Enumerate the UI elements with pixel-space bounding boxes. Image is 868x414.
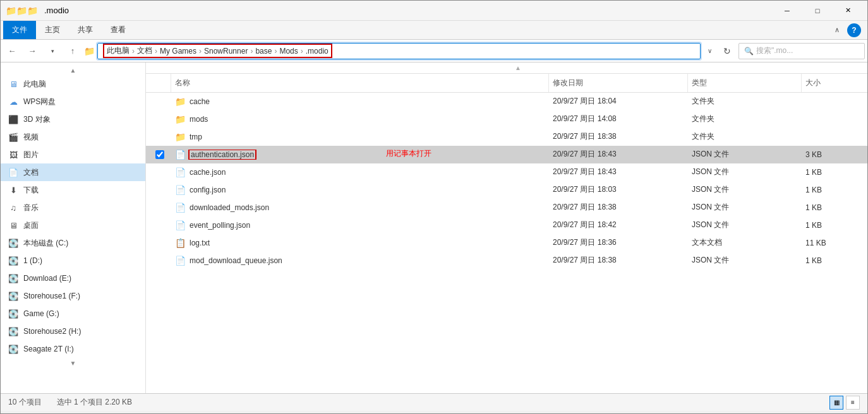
file-type-cell: JSON 文件 (688, 184, 802, 195)
file-name-cell: 📄 downloaded_mods.json (171, 203, 549, 213)
file-name: config.json (190, 186, 226, 194)
file-name-cell: 📋 log.txt (171, 238, 549, 248)
file-name-cell: 📄 mod_download_queue.json (171, 256, 549, 266)
file-name: log.txt (190, 239, 210, 247)
json-file-icon: 📄 (175, 203, 186, 213)
close-button[interactable]: ✕ (833, 1, 862, 21)
title-icon-1: 📁 (6, 6, 16, 16)
file-date-cell: 20/9/27 周日 18:03 (549, 184, 688, 195)
minimize-button[interactable]: ─ (773, 1, 802, 21)
sidebar-item-drive-c[interactable]: 💽 本地磁盘 (C:) (1, 234, 145, 252)
file-name-cell: 📄 cache.json (171, 167, 549, 177)
monitor-icon: 🖥 (8, 79, 18, 89)
file-row[interactable]: 📄 mod_download_queue.json 20/9/27 周日 18:… (146, 252, 867, 269)
search-placeholder: 搜索".mo... (756, 45, 793, 56)
view-grid-button[interactable]: ▦ (829, 396, 843, 410)
json-file-icon: 📄 (175, 256, 186, 266)
sidebar-item-drive-d[interactable]: 💽 1 (D:) (1, 252, 145, 269)
refresh-button[interactable]: ↻ (718, 42, 736, 60)
file-checkbox-input[interactable] (155, 150, 164, 159)
dropdown-recent-button[interactable]: ▾ (44, 42, 61, 60)
view-list-button[interactable]: ≡ (846, 396, 860, 410)
breadcrumb-docs[interactable]: 文档 (137, 45, 152, 56)
title-icon-2: 📁 (16, 6, 27, 16)
breadcrumb-mygames[interactable]: My Games (160, 47, 196, 56)
sidebar-item-wps[interactable]: ☁ WPS网盘 (1, 93, 145, 110)
file-type-cell: JSON 文件 (688, 220, 802, 230)
desktop-icon: 🖥 (8, 220, 18, 230)
file-row[interactable]: 📋 log.txt 20/9/27 周日 18:36 文本文档 11 KB (146, 234, 867, 252)
tab-view[interactable]: 查看 (102, 21, 135, 39)
json-file-icon: 📄 (175, 150, 186, 160)
name-col-sort-indicator[interactable]: ▲ (171, 64, 865, 71)
file-date-cell: 20/9/27 周日 14:08 (549, 114, 688, 124)
file-row-selected[interactable]: 📄 authentication.json 20/9/27 周日 18:43 J… (146, 146, 867, 163)
ribbon-collapse-btn[interactable]: ∧ (829, 23, 845, 38)
search-box[interactable]: 🔍 搜索".mo... (738, 43, 865, 59)
address-bar[interactable]: 此电脑 › 文档 › My Games › SnowRunner › base … (97, 43, 701, 59)
file-row[interactable]: 📄 cache.json 20/9/27 周日 18:43 JSON 文件 1 … (146, 163, 867, 181)
sidebar-item-desktop[interactable]: 🖥 桌面 (1, 216, 145, 234)
back-button[interactable]: ← (3, 42, 21, 60)
doc-icon: 📄 (8, 167, 18, 177)
file-size-cell: 1 KB (802, 186, 865, 194)
sidebar-item-pc[interactable]: 🖥 此电脑 (1, 75, 145, 93)
item-count: 10 个项目 (8, 397, 42, 408)
sidebar-scroll-up[interactable]: ▲ (1, 65, 145, 75)
breadcrumb-mods[interactable]: Mods (279, 47, 298, 56)
breadcrumb-base[interactable]: base (255, 47, 272, 56)
sidebar-item-music[interactable]: ♫ 音乐 (1, 199, 145, 216)
col-date[interactable]: 修改日期 (549, 74, 688, 92)
sidebar-item-drive-f[interactable]: 💽 Storehouse1 (F:) (1, 287, 145, 305)
file-name: mods (190, 115, 208, 124)
maximize-button[interactable]: □ (803, 1, 832, 21)
file-date-cell: 20/9/27 周日 18:43 (549, 167, 688, 177)
file-name: cache.json (190, 168, 226, 177)
file-date-cell: 20/9/27 周日 18:38 (549, 255, 688, 266)
up-button[interactable]: ↑ (64, 42, 81, 60)
file-row[interactable]: 📄 event_polling.json 20/9/27 周日 18:42 JS… (146, 216, 867, 234)
file-checkbox-cell[interactable] (148, 150, 171, 159)
sidebar-item-drive-h[interactable]: 💽 Storehouse2 (H:) (1, 322, 145, 340)
sidebar-item-image[interactable]: 🖼 图片 (1, 146, 145, 163)
tab-home[interactable]: 主页 (36, 21, 69, 39)
column-header: 名称 修改日期 类型 大小 (146, 74, 867, 93)
selected-info: 选中 1 个项目 2.20 KB (57, 397, 132, 408)
breadcrumb-snowrunner[interactable]: SnowRunner (204, 47, 248, 56)
title-bar: 📁 📁 📁 .modio ─ □ ✕ (1, 1, 867, 21)
sidebar-item-doc[interactable]: 📄 文档 (1, 163, 145, 181)
sidebar-item-drive-g[interactable]: 💽 Game (G:) (1, 305, 145, 322)
sidebar-scroll-down[interactable]: ▼ (1, 358, 145, 368)
file-type-cell: 文本文档 (688, 237, 802, 248)
tab-file[interactable]: 文件 (3, 21, 36, 39)
file-name-cell: 📁 tmp (171, 132, 549, 142)
sidebar-item-download[interactable]: ⬇ 下载 (1, 181, 145, 199)
sidebar-item-drive-e[interactable]: 💽 Download (E:) (1, 269, 145, 287)
ribbon: 文件 主页 共享 查看 ∧ ? (1, 21, 867, 40)
music-icon: ♫ (8, 203, 18, 213)
forward-button[interactable]: → (23, 42, 41, 60)
sidebar-item-drive-i[interactable]: 💽 Seagate 2T (I:) (1, 340, 145, 358)
breadcrumb-pc[interactable]: 此电脑 (107, 45, 130, 56)
file-row[interactable]: 📁 tmp 20/9/27 周日 18:38 文件夹 (146, 128, 867, 146)
sidebar-item-video[interactable]: 🎬 视频 (1, 128, 145, 146)
col-name[interactable]: 名称 (171, 74, 549, 92)
col-type[interactable]: 类型 (688, 74, 802, 92)
file-size-cell: 3 KB (802, 150, 865, 159)
breadcrumb-modio[interactable]: .modio (306, 47, 329, 56)
cloud-icon: ☁ (8, 97, 18, 107)
tab-share[interactable]: 共享 (69, 21, 102, 39)
file-name-cell: 📄 event_polling.json (171, 220, 549, 230)
file-name-cell: 📄 config.json (171, 185, 549, 195)
col-size[interactable]: 大小 (802, 74, 865, 92)
file-size-cell: 11 KB (802, 239, 865, 247)
file-row[interactable]: 📄 config.json 20/9/27 周日 18:03 JSON 文件 1… (146, 181, 867, 199)
file-row[interactable]: 📄 downloaded_mods.json 20/9/27 周日 18:38 … (146, 199, 867, 216)
sidebar-item-3d[interactable]: ⬛ 3D 对象 (1, 110, 145, 128)
drive-c-icon: 💽 (8, 238, 18, 248)
file-row[interactable]: 📁 cache 20/9/27 周日 18:04 文件夹 (146, 93, 867, 110)
file-name-cell: 📁 cache (171, 97, 549, 107)
address-dropdown-button[interactable]: ∨ (703, 42, 716, 60)
file-row[interactable]: 📁 mods 20/9/27 周日 14:08 文件夹 (146, 110, 867, 128)
help-button[interactable]: ? (847, 23, 861, 37)
